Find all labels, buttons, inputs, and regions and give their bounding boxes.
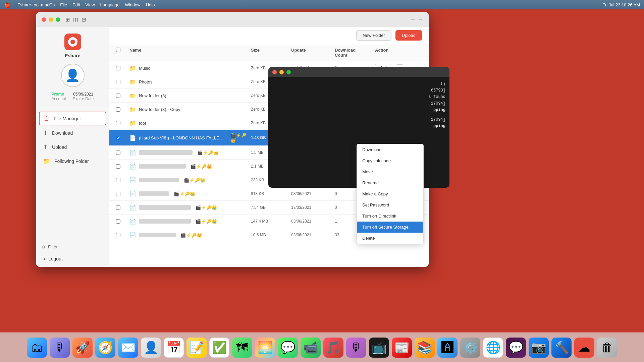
header-checkbox[interactable] [116,48,129,58]
grid-icon[interactable]: ⊟ [82,16,86,23]
file-icon: 📄 [129,135,136,141]
upload-button[interactable]: Upload [395,30,422,41]
apple-menu[interactable]: 🍎 [4,2,11,8]
window-menu[interactable]: Window [125,2,140,7]
dock-item-siri[interactable]: 🎙 [50,338,70,358]
dock-item-books[interactable]: 📚 [415,338,435,358]
dock-item-news[interactable]: 📰 [392,338,412,358]
dock-item-launchpad[interactable]: 🚀 [72,338,93,358]
dock-item-facetime[interactable]: 📹 [301,338,321,358]
sidebar-toggle-icon[interactable]: ⊞ [65,16,70,23]
dock-item-mail[interactable]: ✉️ [118,338,138,358]
row-checkbox-blur6[interactable] [116,219,120,224]
terminal-content: t) 65793] s found 17094] pping 17094] pp… [268,77,449,133]
logout-item[interactable]: ↪ Logout [42,256,104,261]
account-label: Account [51,97,66,101]
row-checkbox-blur5[interactable] [116,205,120,210]
account-info: Promo Account 05/09/2021 Expire Date [51,92,94,101]
dock-item-appletv[interactable]: 📺 [369,338,389,358]
file-menu[interactable]: File [60,2,67,7]
dock-item-xcode[interactable]: 🔨 [551,338,572,358]
sidebar-item-following-folder[interactable]: 📁 Following Folder [36,154,109,168]
dropdown-item-secure-storage[interactable]: Turn off Secure Storage [357,222,423,233]
row-checkbox-blur1[interactable] [116,150,120,155]
left-pane-icon[interactable]: ◫ [73,16,78,23]
header-action: Action [375,48,422,58]
dropdown-item-make-copy[interactable]: Make a Copy [357,188,423,199]
file-icon: 📄 [129,163,136,170]
dock-item-chrome[interactable]: 🌐 [483,338,503,358]
dock-item-safari[interactable]: 🧭 [95,338,115,358]
row-name-tool: tool [139,121,146,126]
dock-item-fshare[interactable]: ☁ [574,338,594,358]
new-folder-button[interactable]: New Folder [356,30,391,41]
dropdown-item-rename[interactable]: Rename [357,177,423,188]
row-checkbox-newfolder3[interactable] [116,94,120,98]
dock-item-trash[interactable]: 🗑 [597,338,617,358]
dock-item-finder[interactable]: 🗂 [27,338,47,358]
close-button[interactable] [42,17,46,22]
help-menu[interactable]: Help [146,2,155,7]
row-name-photos: Photos [139,79,152,84]
dock-item-podcasts[interactable]: 🎙 [346,338,366,358]
row-checkbox-blur7[interactable] [116,233,120,237]
file-manager-label: File Manager [54,116,81,121]
sidebar-item-download[interactable]: ⬇ Download [36,126,109,140]
upload-label: Upload [52,144,67,150]
row-checkbox-blur2[interactable] [116,164,120,169]
dock-item-zoom[interactable]: 📷 [529,338,549,358]
terminal-close-btn[interactable] [272,70,277,74]
back-arrow-icon[interactable]: ← [410,16,416,23]
row-checkbox-newfolder3copy[interactable] [116,107,120,112]
dock-item-reminders[interactable]: ✅ [209,338,229,358]
row-checkbox-music[interactable] [116,66,120,70]
minimize-button[interactable] [49,17,53,22]
dropdown-item-download[interactable]: Download [357,144,423,155]
dock-item-messages[interactable]: 💬 [278,338,298,358]
dock-item-slack[interactable]: 💬 [506,338,526,358]
select-all-checkbox[interactable] [116,48,120,52]
dropdown-item-directlink[interactable]: Turn on Directlink [357,210,423,222]
filter-label: Filter [48,244,58,249]
dropdown-item-delete[interactable]: Delete [357,233,423,244]
row-checkbox-photos[interactable] [116,80,120,84]
dock-item-notes[interactable]: 📝 [186,338,207,358]
app-menu[interactable]: Fshare-tool-macOs [17,2,55,7]
terminal-minimize-btn[interactable] [279,70,284,74]
dropdown-item-copy-link[interactable]: Copy link code [357,155,423,166]
avatar-icon: 👤 [65,68,80,82]
row-size: 813 KB [251,191,291,196]
language-menu[interactable]: Language [100,2,120,7]
dock-item-appstore[interactable]: 🅰 [437,338,458,358]
dropdown-item-move[interactable]: Move [357,166,423,177]
sidebar: Fshare 👤 Promo Account 05/09/2021 Expire… [36,27,109,267]
blurred-filename [139,233,176,237]
view-menu[interactable]: View [86,2,95,7]
row-checkbox-blur3[interactable] [116,178,120,182]
terminal-maximize-btn[interactable] [286,70,291,74]
dock-item-settings[interactable]: ⚙️ [460,338,480,358]
dock-item-music[interactable]: 🎵 [323,338,343,358]
file-badges: 🎬⚡🔑👑 [230,133,251,143]
dock-item-maps[interactable]: 🗺 [232,338,252,358]
upload-icon: ⬆ [43,143,48,151]
content-toolbar: New Folder Upload [109,27,429,44]
dropdown-item-set-password[interactable]: Set Password [357,199,423,210]
forward-arrow-icon[interactable]: → [417,16,423,23]
maximize-button[interactable] [56,17,60,22]
row-checkbox-tool[interactable] [116,121,120,125]
sidebar-item-file-manager[interactable]: 🗄 File Manager [39,112,106,125]
window-body: Fshare 👤 Promo Account 05/09/2021 Expire… [36,27,429,267]
file-manager-icon: 🗄 [44,115,50,122]
menubar: 🍎 Fshare-tool-macOs File Edit View Langu… [0,0,644,9]
dock-item-contacts[interactable]: 👤 [141,338,161,358]
fshare-logo [64,34,81,50]
dock-item-calendar[interactable]: 📅 [164,338,184,358]
row-checkbox-blur4[interactable] [116,192,120,196]
dock-item-photos[interactable]: 🌅 [255,338,275,358]
edit-menu[interactable]: Edit [72,2,80,7]
sidebar-item-upload[interactable]: ⬆ Upload [36,140,109,154]
filter-item[interactable]: ⊙ Filter [42,244,104,249]
row-checkbox-selected[interactable] [116,136,120,140]
folder-icon: 📁 [129,120,136,126]
